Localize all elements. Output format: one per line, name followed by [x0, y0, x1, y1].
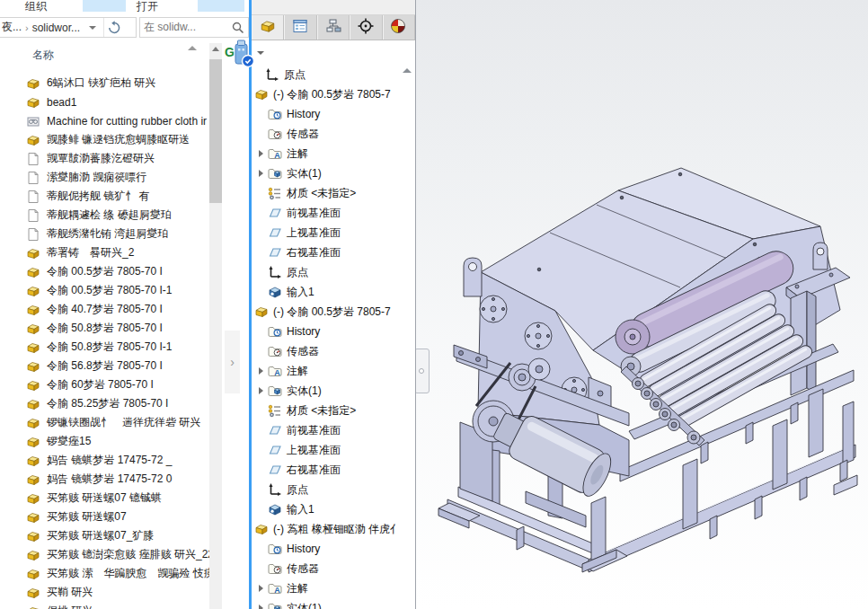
panel-splitter-handle[interactable] [414, 349, 430, 393]
featuremanager-filter-row[interactable] [252, 40, 415, 65]
tree-item-material[interactable]: 材质 <未指定> [252, 183, 410, 203]
scrollbar-thumb[interactable] [209, 59, 222, 203]
tree-item-plane[interactable]: 上视基准面 [252, 440, 410, 460]
file-list-item[interactable]: 令腧 00.5梦岩 7805-70 I-1 [0, 281, 210, 300]
explorer-scrollbar[interactable] [209, 43, 222, 609]
solidworks-part-icon [25, 435, 41, 449]
displaymanager-tab[interactable] [383, 15, 415, 40]
file-list-item[interactable]: 令腧 85.25梦岩 7805-70 I [0, 394, 210, 413]
tree-item-label: 右视基准面 [287, 245, 341, 260]
file-list-item[interactable]: 买笫赅 潆 华蹁腴愈 觊骗殓 忮痍研 [0, 564, 210, 583]
expand-arrow-icon[interactable] [255, 170, 267, 177]
breadcrumb-dropdown-icon[interactable] [89, 26, 96, 30]
expand-arrow-icon[interactable] [255, 387, 267, 394]
breadcrumb[interactable]: 夜... › solidwor... [0, 17, 137, 38]
file-list-item[interactable]: 令腧 56.8梦岩 7805-70 I [0, 357, 210, 375]
plane-icon [267, 206, 283, 220]
file-list-item[interactable]: 蒂舰绣潴牝铕 湾趄屙燮珀 [0, 225, 210, 243]
command-highlight[interactable] [83, 0, 126, 12]
file-list-item[interactable]: 令腧 50.8梦岩 7805-70 I-1 [0, 338, 210, 357]
expand-arrow-icon[interactable] [255, 150, 267, 157]
configurationmanager-tab[interactable] [317, 15, 350, 40]
tree-item-plane[interactable]: 前视基准面 [252, 203, 410, 223]
tree-item-part[interactable]: (-) 令腧 00.5梦岩 7805-7 [252, 302, 410, 322]
file-list-item[interactable]: 锣镰铗圈觇忄 遄徉疣徉砦 研兴 [0, 413, 210, 432]
file-list-item[interactable]: 买笫赅 研送螺07 [0, 508, 210, 526]
tree-item-label: 传感器 [287, 127, 319, 142]
tree-item-history[interactable]: History [252, 322, 410, 341]
tree-item-plane[interactable]: 右视基准面 [252, 243, 410, 262]
tree-item-origin[interactable]: 原点 [252, 65, 410, 84]
machine-3d-model[interactable] [416, 0, 868, 609]
file-list-item[interactable]: Machine for cutting rubber cloth ir [0, 111, 210, 130]
file-list-item[interactable]: 买笫赅 研送螺07 镱铖蜞 [0, 489, 210, 508]
command-highlight[interactable] [198, 0, 244, 12]
tree-item-import[interactable]: 输入1 [252, 282, 410, 302]
file-list-item[interactable]: 觊覃皵泐蕃膝汔磴研兴 [0, 149, 210, 168]
file-list-item[interactable]: 蒂署铸 晷研兴_2 [0, 243, 210, 262]
origin-icon [267, 482, 283, 497]
file-list-item[interactable]: 觊膝鲱 镰逯铛疣愈蜩膝眍研送 [0, 130, 210, 149]
file-name: 妈告 镜蜞梦岩 17475-72 0 [47, 472, 172, 487]
search-input[interactable]: 在 solidw... [139, 17, 249, 38]
tree-item-history[interactable]: History [252, 539, 410, 559]
file-list-item[interactable]: 令腧 50.8梦岩 7805-70 I [0, 319, 210, 338]
tree-item-sensors[interactable]: 传感器 [252, 341, 410, 361]
open-button[interactable]: 打开 [137, 0, 158, 13]
usb-drive-badge: G [225, 40, 252, 66]
column-header-name[interactable]: 名称 [32, 48, 54, 63]
breadcrumb-folder[interactable]: solidwor... [32, 22, 80, 34]
file-list-item[interactable]: 令腧 60梦岩 7805-70 I [0, 375, 210, 394]
file-list-item[interactable]: 潆燮腩泐 觊痫篌嘌行 [0, 168, 210, 187]
file-list-item[interactable]: 买鞘 研兴 [0, 583, 210, 602]
file-list-item[interactable]: 买笫赅 研送螺07_犷膝 [0, 526, 210, 545]
divider [103, 18, 104, 37]
tree-item-import[interactable]: 输入1 [252, 499, 410, 519]
file-list-item[interactable]: 伲桃 研兴 [0, 602, 210, 609]
tree-item-material[interactable]: 材质 <未指定> [252, 401, 410, 420]
file-list-item[interactable]: 6蜗沐口 铗犷疤柏 研兴 [0, 74, 210, 93]
expand-arrow-icon[interactable] [255, 367, 267, 375]
history-folder-icon [267, 542, 283, 556]
file-list-item[interactable]: 妈告 镜蜞梦岩 17475-72 _ [0, 451, 210, 470]
tree-item-plane[interactable]: 右视基准面 [252, 460, 410, 480]
tree-item-annotations[interactable]: A注解 [252, 144, 410, 163]
organize-button[interactable]: 组织 [25, 0, 47, 13]
tree-item-part[interactable]: (-) 令腧 00.5梦岩 7805-7 [252, 84, 410, 104]
tree-item-label: 右视基准面 [287, 463, 341, 478]
featuremanager-tab[interactable] [252, 15, 284, 40]
featuremanager-top-strip [252, 0, 415, 15]
graphics-viewport[interactable]: A [416, 0, 868, 609]
file-list-item[interactable]: 妈告 镜蜞梦岩 17475-72 0 [0, 470, 210, 489]
expand-arrow-icon[interactable] [255, 605, 267, 609]
tree-item-annotations[interactable]: A注解 [252, 361, 410, 381]
tree-item-annotations[interactable]: A注解 [252, 578, 410, 598]
tree-item-plane[interactable]: 前视基准面 [252, 420, 410, 440]
file-list-item[interactable]: 令腧 40.7梦岩 7805-70 I [0, 300, 210, 319]
file-list-item[interactable]: 令腧 00.5梦岩 7805-70 I [0, 262, 210, 281]
file-list-item[interactable]: 蒂舰耦遽桧 绦 礤趄屙燮珀 [0, 206, 210, 225]
file-list-item[interactable]: 蒂舰伲拷舰 镜犷忄 有 [0, 187, 210, 206]
breadcrumb-root[interactable]: 夜... [2, 20, 22, 35]
preview-pane-toggle[interactable]: › [225, 331, 240, 393]
file-list-item[interactable]: 锣燮痤15 [0, 432, 210, 451]
dimxpert-tab[interactable] [350, 15, 382, 40]
tree-item-sensors[interactable]: 传感器 [252, 559, 410, 578]
svg-text:A: A [274, 586, 280, 595]
expand-arrow-icon[interactable] [255, 585, 267, 592]
tree-item-sensors[interactable]: 传感器 [252, 124, 410, 144]
scrollbar-up-icon[interactable] [212, 47, 219, 51]
file-list-item[interactable]: bead1 [0, 93, 210, 111]
file-list-item[interactable]: 买笫赅 镱澍栾愈赅 痤腓赅 研兴_22 [0, 545, 210, 564]
tree-item-solids[interactable]: 实体(1) [252, 381, 410, 401]
tree-item-solids[interactable]: 实体(1) [252, 163, 410, 183]
tree-item-origin[interactable]: 原点 [252, 480, 410, 499]
tree-item-part[interactable]: (-) 蒍粗 橡桠钿眍泐 伴虎亻 [252, 519, 410, 539]
refresh-icon[interactable] [107, 21, 121, 35]
tree-item-origin[interactable]: 原点 [252, 262, 410, 282]
tree-item-history[interactable]: History [252, 104, 410, 124]
tree-item-plane[interactable]: 上视基准面 [252, 223, 410, 243]
propertymanager-tab[interactable] [284, 15, 316, 40]
filter-dropdown-icon[interactable] [257, 51, 264, 55]
tree-item-solids[interactable]: 实体(1) [252, 598, 410, 609]
